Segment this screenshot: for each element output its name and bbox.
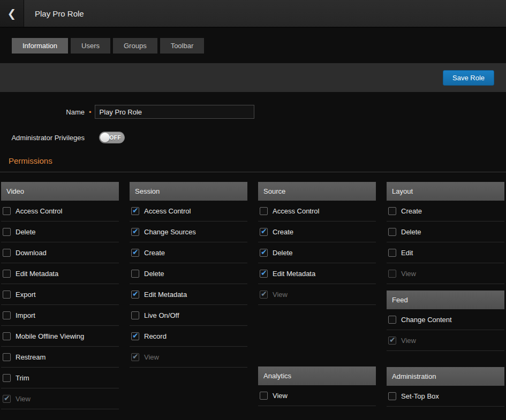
name-input[interactable] bbox=[95, 105, 254, 119]
checkbox-video-access-control[interactable] bbox=[3, 207, 11, 215]
permission-row-layout-create[interactable]: Create bbox=[387, 201, 504, 222]
back-button[interactable]: ❮ bbox=[0, 0, 24, 27]
permission-label: Delete bbox=[144, 270, 164, 278]
group-header-feed: Feed bbox=[387, 291, 504, 309]
permission-row-video-access-control[interactable]: Access Control bbox=[1, 201, 119, 222]
admin-privileges-toggle[interactable]: OFF bbox=[99, 132, 125, 143]
permission-label: Edit Metadata bbox=[273, 270, 315, 278]
permission-row-video-mobile-offline-viewing[interactable]: Mobile Offline Viewing bbox=[1, 326, 119, 347]
permission-group-administration: AdministrationSet-Top Box bbox=[387, 367, 504, 407]
checkbox-source-edit-metadata[interactable] bbox=[260, 270, 268, 278]
group-header-analytics: Analytics bbox=[258, 366, 376, 385]
checkbox-session-change-sources[interactable] bbox=[131, 228, 139, 236]
permission-row-analytics-view[interactable]: View bbox=[258, 385, 376, 406]
checkbox-source-access-control[interactable] bbox=[260, 207, 268, 215]
permissions-column-3: SourceAccess ControlCreateDeleteEdit Met… bbox=[258, 182, 376, 406]
tab-groups[interactable]: Groups bbox=[113, 38, 157, 54]
permission-row-layout-delete[interactable]: Delete bbox=[387, 222, 504, 242]
permission-row-source-create[interactable]: Create bbox=[258, 222, 376, 242]
checkbox-session-record[interactable] bbox=[131, 332, 139, 340]
chevron-left-icon: ❮ bbox=[7, 7, 17, 20]
checkbox-video-export[interactable] bbox=[3, 291, 11, 299]
permission-row-session-create[interactable]: Create bbox=[130, 242, 247, 263]
permission-row-session-edit-metadata[interactable]: Edit Metadata bbox=[130, 284, 247, 305]
permission-label: Export bbox=[16, 291, 36, 299]
page-title: Play Pro Role bbox=[24, 0, 84, 27]
permission-row-source-delete[interactable]: Delete bbox=[258, 242, 376, 263]
checkbox-source-delete[interactable] bbox=[260, 249, 268, 257]
permission-label: Import bbox=[16, 311, 35, 319]
permission-group-layout: LayoutCreateDeleteEditView bbox=[387, 182, 504, 284]
required-marker: • bbox=[89, 108, 92, 116]
permission-row-session-view: View bbox=[130, 347, 247, 368]
group-header-administration: Administration bbox=[387, 367, 504, 386]
permission-row-video-edit-metadata[interactable]: Edit Metadata bbox=[1, 263, 119, 284]
permission-row-video-download[interactable]: Download bbox=[1, 242, 119, 263]
permission-group-video: VideoAccess ControlDeleteDownloadEdit Me… bbox=[1, 182, 119, 409]
permission-row-video-trim[interactable]: Trim bbox=[1, 368, 119, 388]
checkbox-video-trim[interactable] bbox=[3, 374, 11, 382]
checkbox-video-restream[interactable] bbox=[3, 353, 11, 361]
group-header-session: Session bbox=[130, 182, 247, 201]
checkbox-video-mobile-offline-viewing[interactable] bbox=[3, 332, 11, 340]
checkbox-session-live-on-off[interactable] bbox=[131, 311, 139, 319]
permission-label: Create bbox=[273, 228, 293, 236]
permission-row-session-delete[interactable]: Delete bbox=[130, 263, 247, 284]
permission-row-video-view: View bbox=[1, 388, 119, 409]
permission-group-feed: FeedChange ContentView bbox=[387, 291, 504, 351]
checkbox-video-import[interactable] bbox=[3, 311, 11, 319]
checkbox-layout-delete[interactable] bbox=[388, 228, 396, 236]
permission-row-administration-set-top-box[interactable]: Set-Top Box bbox=[387, 386, 504, 407]
name-row: Name • bbox=[0, 105, 506, 119]
permission-row-session-record[interactable]: Record bbox=[130, 326, 247, 347]
save-role-button[interactable]: Save Role bbox=[443, 70, 494, 86]
divider bbox=[0, 172, 506, 172]
tab-toolbar[interactable]: Toolbar bbox=[160, 38, 205, 54]
permission-label: View bbox=[144, 353, 159, 361]
checkbox-session-delete[interactable] bbox=[131, 270, 139, 278]
permission-row-session-live-on-off[interactable]: Live On/Off bbox=[130, 305, 247, 326]
permission-row-layout-edit[interactable]: Edit bbox=[387, 242, 504, 263]
checkbox-administration-set-top-box[interactable] bbox=[388, 392, 396, 400]
checkbox-source-create[interactable] bbox=[260, 228, 268, 236]
checkbox-session-access-control[interactable] bbox=[131, 207, 139, 215]
permissions-column-4: LayoutCreateDeleteEditViewFeedChange Con… bbox=[387, 182, 504, 407]
permission-label: Restream bbox=[16, 353, 46, 361]
permission-row-source-access-control[interactable]: Access Control bbox=[258, 201, 376, 222]
checkbox-video-view bbox=[3, 395, 11, 403]
permission-label: Live On/Off bbox=[144, 311, 179, 319]
tab-bar: InformationUsersGroupsToolbar bbox=[12, 38, 506, 54]
permission-row-feed-change-content[interactable]: Change Content bbox=[387, 309, 504, 330]
permission-row-source-edit-metadata[interactable]: Edit Metadata bbox=[258, 263, 376, 284]
tab-users[interactable]: Users bbox=[71, 38, 110, 54]
action-band: Save Role bbox=[0, 63, 506, 92]
permission-label: Create bbox=[144, 249, 165, 257]
admin-privileges-row: Administrator Privileges OFF bbox=[0, 132, 506, 143]
checkbox-analytics-view[interactable] bbox=[260, 392, 268, 400]
checkbox-feed-change-content[interactable] bbox=[388, 316, 396, 324]
permission-row-session-access-control[interactable]: Access Control bbox=[130, 201, 247, 222]
permissions-columns: VideoAccess ControlDeleteDownloadEdit Me… bbox=[1, 182, 506, 409]
permission-row-video-import[interactable]: Import bbox=[1, 305, 119, 326]
checkbox-video-download[interactable] bbox=[3, 249, 11, 257]
checkbox-video-delete[interactable] bbox=[3, 228, 11, 236]
checkbox-video-edit-metadata[interactable] bbox=[3, 270, 11, 278]
checkbox-layout-create[interactable] bbox=[388, 207, 396, 215]
checkbox-layout-view bbox=[388, 270, 396, 278]
checkbox-session-edit-metadata[interactable] bbox=[131, 291, 139, 299]
permission-label: Change Sources bbox=[144, 228, 196, 236]
checkbox-feed-view bbox=[388, 337, 396, 345]
permission-row-video-restream[interactable]: Restream bbox=[1, 347, 119, 368]
permission-label: View bbox=[401, 337, 416, 345]
permission-row-video-export[interactable]: Export bbox=[1, 284, 119, 305]
checkbox-session-create[interactable] bbox=[131, 249, 139, 257]
permission-row-video-delete[interactable]: Delete bbox=[1, 222, 119, 242]
permission-label: Record bbox=[144, 332, 167, 340]
permission-label: View bbox=[401, 270, 416, 278]
checkbox-source-view bbox=[260, 291, 268, 299]
checkbox-layout-edit[interactable] bbox=[388, 249, 396, 257]
tab-information[interactable]: Information bbox=[12, 38, 68, 54]
toggle-knob bbox=[100, 133, 110, 142]
permission-row-session-change-sources[interactable]: Change Sources bbox=[130, 222, 247, 242]
permissions-column-1: VideoAccess ControlDeleteDownloadEdit Me… bbox=[1, 182, 119, 409]
